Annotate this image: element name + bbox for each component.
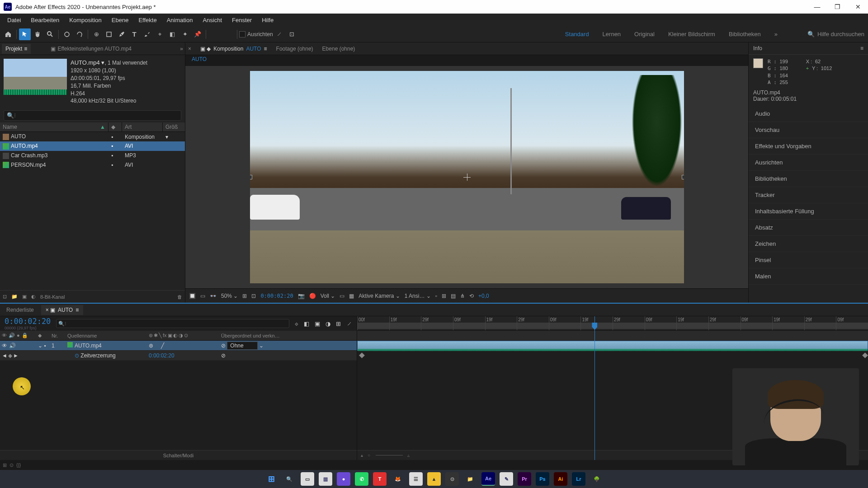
taskbar-whatsapp[interactable]: ✆ — [355, 472, 368, 486]
tab-effect-controls[interactable]: ▣ Effekteinstellungen AUTO.mp4 — [47, 44, 135, 54]
anchor-tool[interactable]: ⊕ — [90, 28, 102, 40]
magnify-icon[interactable]: 🔲 — [189, 293, 196, 299]
workspace-original[interactable]: Original — [634, 31, 655, 38]
zoom-tool[interactable] — [44, 28, 56, 40]
resolution-dropdown[interactable]: Voll ⌄ — [321, 293, 335, 299]
taskbar-app[interactable]: ☰ — [409, 472, 423, 486]
lock-col-icon[interactable]: 🔒 — [22, 333, 28, 338]
minimize-button[interactable]: — — [807, 0, 827, 14]
workspace-overflow[interactable]: » — [774, 31, 778, 38]
bit-depth[interactable]: 8-Bit-Kanal — [40, 294, 65, 300]
views-dropdown[interactable]: 1 Ansi… ⌄ — [405, 293, 431, 299]
menu-animation[interactable]: Animation — [162, 15, 198, 25]
playhead[interactable] — [594, 316, 595, 460]
menu-file[interactable]: Datei — [3, 15, 25, 25]
keyframe-row[interactable] — [357, 351, 868, 361]
taskbar-photoshop[interactable]: Ps — [536, 472, 549, 486]
snap-checkbox[interactable] — [239, 31, 245, 38]
taskbar-app[interactable]: ▭ — [301, 472, 314, 486]
camera-dropdown[interactable]: Aktive Kamera ⌄ — [359, 293, 400, 299]
pixel-aspect-icon[interactable]: ▫ — [435, 293, 437, 299]
twirl-icon[interactable]: ⌄ ▪ — [36, 343, 50, 349]
snapshot-icon[interactable]: 📷 — [298, 293, 305, 299]
taskbar-app[interactable]: ✎ — [500, 472, 513, 486]
start-button[interactable]: ⊞ — [264, 472, 278, 486]
rotate-tool[interactable] — [74, 28, 85, 40]
orbit-tool[interactable] — [61, 28, 73, 40]
rect-tool[interactable] — [103, 28, 115, 40]
brush-tool[interactable] — [141, 28, 153, 40]
taskbar-explorer[interactable]: 📁 — [463, 472, 477, 486]
fast-preview-icon[interactable]: ⊞ — [442, 293, 446, 299]
parent-dropdown[interactable]: Ohne — [227, 342, 257, 350]
trash-icon[interactable]: 🗑 — [177, 294, 182, 300]
add-key-icon[interactable]: ◆ — [8, 352, 12, 359]
eraser-tool[interactable]: ◧ — [166, 28, 178, 40]
panel-overflow-icon[interactable]: » — [180, 46, 183, 52]
transparency-icon[interactable]: ▦ — [349, 293, 354, 299]
reset-exposure-icon[interactable]: ⟲ — [469, 293, 474, 299]
panel-align[interactable]: Ausrichten — [749, 155, 868, 171]
project-item[interactable]: Car Crash.mp3▪MP3 — [0, 151, 185, 160]
viewer-breadcrumb[interactable]: AUTO — [185, 55, 748, 66]
channel-icon[interactable]: 🔴 — [309, 293, 316, 299]
project-search[interactable]: 🔍⁝ — [4, 110, 181, 121]
pen-tool[interactable] — [116, 28, 127, 40]
help-search[interactable]: 🔍 Hilfe durchsuchen — [807, 31, 864, 38]
close-button[interactable]: ✕ — [848, 0, 868, 14]
maximize-button[interactable]: ❐ — [827, 0, 848, 14]
timeline-ruler[interactable]: 00f 19f 29f 09f 19f 29f 09f 19f 29f 09f … — [357, 316, 868, 331]
panel-character[interactable]: Zeichen — [749, 236, 868, 252]
timeline-search[interactable]: 🔍⁝ — [56, 319, 289, 328]
viewer-canvas[interactable] — [185, 66, 748, 288]
snap-edge-icon[interactable]: ⊡ — [286, 28, 298, 40]
tab-timeline-comp[interactable]: × ▣ AUTO ≡ — [41, 305, 83, 315]
toggle-modes-icon[interactable]: ⊙ — [9, 462, 14, 468]
info-panel-header[interactable]: Info≡ — [749, 42, 868, 55]
roi-icon[interactable]: ▭ — [340, 293, 344, 299]
keyframe[interactable] — [862, 352, 868, 358]
solo-col-icon[interactable]: ● — [17, 333, 20, 338]
clone-tool[interactable]: ⌖ — [154, 28, 165, 40]
timeline-timecode[interactable]: 0:00:02:20 — [5, 317, 51, 326]
audio-toggle[interactable]: 🔊 — [9, 343, 16, 349]
project-item[interactable]: PERSON.mp4▪AVI — [0, 160, 185, 170]
draft-3d-icon[interactable]: ◧ — [304, 320, 309, 327]
panel-tracker[interactable]: Tracker — [749, 187, 868, 203]
col-size[interactable]: Größ — [163, 122, 185, 131]
adjust-icon[interactable]: ◐ — [31, 294, 36, 300]
workspace-small[interactable]: Kleiner Bildschirm — [668, 31, 715, 38]
col-label[interactable]: ◆ — [108, 122, 122, 131]
menu-effects[interactable]: Effekte — [134, 15, 161, 25]
folder-icon[interactable]: 📁 — [11, 294, 18, 300]
panel-paragraph[interactable]: Absatz — [749, 220, 868, 236]
graph-editor-icon[interactable]: ⊞ — [336, 320, 341, 327]
taskbar-app[interactable]: 🌳 — [590, 472, 604, 486]
taskbar-firefox[interactable]: 🦊 — [391, 472, 405, 486]
comp-icon[interactable]: ▣ — [22, 294, 27, 300]
motion-blur-icon[interactable]: ◑ — [326, 320, 330, 327]
frame-blend-icon[interactable]: ▣ — [315, 320, 320, 327]
stopwatch-icon[interactable]: ⊙ — [75, 352, 79, 359]
menu-layer[interactable]: Ebene — [107, 15, 133, 25]
transform-handle[interactable] — [250, 175, 252, 179]
panel-preview[interactable]: Vorschau — [749, 122, 868, 138]
snap-options-icon[interactable]: ⟋ — [274, 28, 285, 40]
menu-view[interactable]: Ansicht — [198, 15, 226, 25]
taskbar-search[interactable]: 🔍 — [283, 472, 296, 486]
menu-composition[interactable]: Komposition — [65, 15, 106, 25]
menu-edit[interactable]: Bearbeiten — [26, 15, 64, 25]
toggle-switches-icon[interactable]: ⊞ — [3, 462, 7, 468]
puppet-tool[interactable]: 📌 — [192, 28, 203, 40]
panel-paint[interactable]: Malen — [749, 268, 868, 285]
mask-icon[interactable]: 👓 — [210, 293, 217, 299]
viewer-timecode[interactable]: 0:00:02:20 — [260, 293, 293, 299]
col-name[interactable]: Name ▲ — [0, 122, 108, 131]
workspace-standard[interactable]: Standard — [565, 31, 589, 38]
panel-libraries[interactable]: Bibliotheken — [749, 171, 868, 187]
eye-col-icon[interactable]: 👁 — [2, 333, 7, 338]
tab-renderqueue[interactable]: Renderliste — [2, 305, 38, 315]
taskbar-illustrator[interactable]: Ai — [554, 472, 567, 486]
guides-icon[interactable]: ⊡ — [251, 293, 256, 299]
panel-effects-presets[interactable]: Effekte und Vorgaben — [749, 138, 868, 155]
